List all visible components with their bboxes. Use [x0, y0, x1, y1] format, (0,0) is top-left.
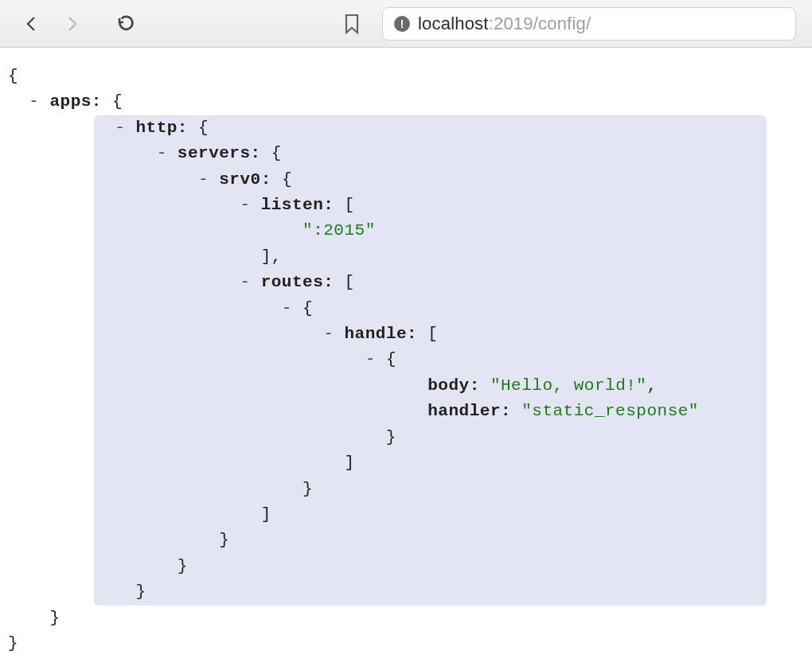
json-value-row: ":2015" — [94, 218, 759, 243]
brace-open: { — [8, 64, 804, 89]
json-kv-row: body: "Hello, world!", — [94, 373, 759, 399]
json-key-row[interactable]: - srv0: { — [94, 167, 759, 193]
json-viewer: { - apps: { - http: { - servers: { - srv… — [0, 48, 812, 664]
brace-close: } — [94, 579, 759, 605]
brace-close: } — [94, 528, 759, 553]
json-kv-row: handler: "static_response" — [94, 399, 759, 424]
back-icon — [22, 14, 41, 33]
bracket-close: ] — [94, 502, 759, 528]
json-key-row[interactable]: - servers: { — [94, 141, 759, 166]
json-key-row[interactable]: - handle: [ — [94, 321, 759, 347]
json-key-row[interactable]: - http: { — [94, 115, 759, 141]
brace-close: } — [8, 606, 804, 631]
url-host: localhost — [418, 14, 489, 33]
json-key-row[interactable]: - { — [94, 347, 759, 372]
brace-close: } — [8, 631, 804, 656]
brace-close: } — [94, 425, 759, 450]
reload-button[interactable] — [110, 8, 142, 40]
url-rest: :2019/config/ — [489, 14, 591, 33]
browser-toolbar: ! localhost:2019/config/ — [0, 0, 812, 48]
bracket-close: ] — [94, 450, 759, 476]
reload-icon — [116, 14, 135, 33]
json-key-row[interactable]: - listen: [ — [94, 193, 759, 218]
bracket-close: ], — [94, 244, 759, 270]
json-key-row[interactable]: - { — [94, 296, 759, 321]
brace-close: } — [94, 477, 759, 502]
address-bar[interactable]: ! localhost:2019/config/ — [382, 7, 796, 41]
url-text: localhost:2019/config/ — [418, 14, 591, 34]
highlighted-block: - http: { - servers: { - srv0: { - liste… — [94, 115, 767, 606]
back-button[interactable] — [16, 8, 48, 40]
forward-icon — [62, 14, 81, 33]
bookmark-button[interactable] — [336, 8, 368, 40]
json-key-row[interactable]: - apps: { — [8, 89, 804, 115]
brace-close: } — [94, 554, 759, 579]
bookmark-icon — [342, 13, 361, 35]
not-secure-icon: ! — [394, 16, 410, 32]
forward-button[interactable] — [56, 8, 88, 40]
json-key-row[interactable]: - routes: [ — [94, 270, 759, 295]
